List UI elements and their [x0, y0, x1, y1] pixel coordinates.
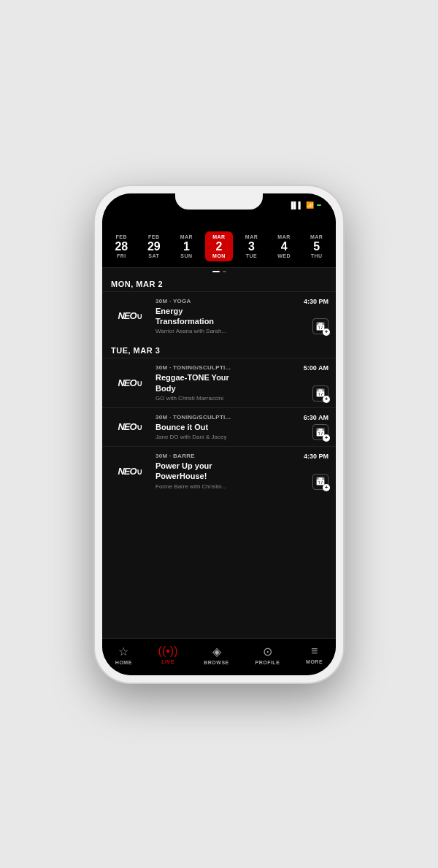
neou-brand-text: NEO∪ [118, 421, 141, 432]
item-subtitle: Jane DO with Dani & Jacey [155, 434, 292, 440]
cal-day-sun[interactable]: MAR 1 SUN [172, 231, 200, 261]
add-to-calendar-button[interactable]: + [312, 474, 328, 490]
item-subtitle: Warrior Asana with Sarah... [155, 328, 292, 334]
cal-num: 4 [281, 239, 288, 253]
item-content: 30M · TONING/SCULPTI... Bounce it Out Ja… [155, 414, 292, 440]
browse-icon: ◈ [212, 645, 221, 658]
cal-num: 5 [313, 239, 320, 253]
neou-logo: NEO∪ [110, 453, 150, 490]
nav-label: HOME [115, 660, 132, 665]
item-right: 4:30 PM + [298, 453, 328, 490]
nav-item-profile[interactable]: ⊙ PROFILE [255, 645, 280, 665]
day-header: MON, MAR 2 [102, 274, 336, 291]
item-meta: 30M · TONING/SCULPTI... [155, 364, 292, 371]
calendar-strip: FEB 28 FRI FEB 29 SAT MAR 1 SUN MAR 2 MO… [102, 227, 336, 268]
live-icon: ((•)) [158, 645, 178, 658]
item-meta: 30M · TONING/SCULPTI... [155, 414, 292, 420]
cal-weekday: WED [277, 253, 291, 258]
plus-icon: + [323, 396, 330, 403]
item-title: Power Up yourPowerHouse! [155, 461, 292, 482]
nav-item-more[interactable]: ≡ MORE [306, 645, 323, 664]
item-title: EnergyTransformation [155, 306, 292, 327]
neou-brand-text: NEO∪ [118, 310, 141, 321]
add-to-calendar-button[interactable]: + [312, 318, 328, 334]
nav-label: BROWSE [204, 660, 229, 665]
item-content: 30M · BARRE Power Up yourPowerHouse! For… [155, 453, 292, 490]
cal-day-mon[interactable]: MAR 2 MON [205, 231, 233, 261]
cal-num: 29 [147, 239, 161, 253]
cal-day-tue[interactable]: MAR 3 TUE [238, 231, 266, 261]
cal-weekday: TUE [246, 253, 258, 258]
cal-month: FEB [148, 234, 160, 239]
schedule-list[interactable]: MON, MAR 2 NEO∪ 30M · YOGA EnergyTransfo… [102, 274, 336, 638]
cal-weekday: SUN [180, 253, 192, 258]
item-time: 5:00 AM [304, 364, 328, 372]
dots-indicator [102, 268, 336, 274]
cal-month: MAR [180, 234, 193, 239]
plus-icon: + [323, 434, 330, 442]
schedule-item[interactable]: NEO∪ 30M · TONING/SCULPTI... Reggae-TONE… [102, 358, 336, 407]
cal-month: MAR [245, 234, 258, 239]
bottom-nav: ☆ HOME ((•)) LIVE ◈ BROWSE ⊙ PROFILE ≡ M… [102, 638, 336, 675]
neou-brand-text: NEO∪ [118, 466, 141, 477]
cal-weekday: MON [212, 253, 226, 258]
nav-item-live[interactable]: ((•)) LIVE [158, 645, 178, 664]
nav-label: MORE [306, 659, 323, 664]
schedule-item[interactable]: NEO∪ 30M · BARRE Power Up yourPowerHouse… [102, 446, 336, 496]
item-title: Reggae-TONE YourBody [155, 372, 292, 393]
schedule-item[interactable]: NEO∪ 30M · TONING/SCULPTI... Bounce it O… [102, 407, 336, 446]
cal-day-thu[interactable]: MAR 5 THU [303, 231, 331, 261]
dot-2 [223, 271, 226, 272]
neou-logo: NEO∪ [110, 298, 150, 335]
phone-screen: ▐▌▌ 📶 FEB 28 FRI FEB 29 SAT MAR 1 SUN MA… [102, 193, 336, 675]
cal-day-wed[interactable]: MAR 4 WED [270, 231, 298, 261]
cal-month: MAR [277, 234, 290, 239]
more-icon: ≡ [311, 645, 318, 658]
item-content: 30M · YOGA EnergyTransformation Warrior … [155, 298, 292, 335]
item-subtitle: Forme Barre with Christin... [155, 483, 292, 490]
dot-1 [212, 271, 220, 272]
item-meta: 30M · BARRE [155, 453, 292, 459]
home-icon: ☆ [118, 645, 128, 658]
nav-item-browse[interactable]: ◈ BROWSE [204, 645, 229, 665]
nav-label: LIVE [161, 659, 174, 664]
cal-day-fri[interactable]: FEB 28 FRI [107, 231, 135, 261]
header [102, 217, 336, 227]
status-icons: ▐▌▌ 📶 [289, 201, 321, 209]
profile-icon: ⊙ [263, 645, 272, 658]
cal-month: MAR [212, 234, 225, 239]
item-right: 6:30 AM + [298, 414, 328, 440]
phone-frame: ▐▌▌ 📶 FEB 28 FRI FEB 29 SAT MAR 1 SUN MA… [95, 186, 343, 683]
cal-num: 3 [248, 239, 255, 253]
cal-weekday: SAT [148, 253, 159, 258]
item-meta: 30M · YOGA [155, 298, 292, 304]
item-time: 4:30 PM [304, 298, 328, 305]
neou-brand-text: NEO∪ [118, 377, 141, 388]
nav-item-home[interactable]: ☆ HOME [115, 645, 132, 665]
cal-weekday: FRI [117, 253, 126, 258]
cal-num: 1 [183, 239, 190, 253]
plus-icon: + [323, 484, 330, 491]
day-header: TUE, MAR 3 [102, 340, 336, 358]
cal-weekday: THU [311, 253, 323, 258]
cal-num: 2 [216, 239, 223, 253]
nav-label: PROFILE [255, 660, 280, 665]
item-subtitle: GO with Christi Marraccini [155, 395, 292, 402]
cal-num: 28 [115, 239, 128, 253]
item-title: Bounce it Out [155, 422, 292, 432]
wifi-icon: 📶 [306, 201, 314, 209]
plus-icon: + [323, 329, 330, 336]
item-time: 4:30 PM [304, 453, 328, 460]
notch [175, 193, 263, 210]
neou-logo: NEO∪ [110, 414, 150, 440]
add-to-calendar-button[interactable]: + [312, 385, 328, 402]
item-right: 5:00 AM + [298, 364, 328, 402]
add-to-calendar-button[interactable]: + [312, 424, 328, 440]
cal-month: FEB [116, 234, 128, 239]
neou-logo: NEO∪ [110, 364, 150, 402]
cal-day-sat[interactable]: FEB 29 SAT [140, 231, 168, 261]
item-content: 30M · TONING/SCULPTI... Reggae-TONE Your… [155, 364, 292, 402]
item-right: 4:30 PM + [298, 298, 328, 335]
battery-indicator [317, 204, 321, 206]
schedule-item[interactable]: NEO∪ 30M · YOGA EnergyTransformation War… [102, 291, 336, 341]
